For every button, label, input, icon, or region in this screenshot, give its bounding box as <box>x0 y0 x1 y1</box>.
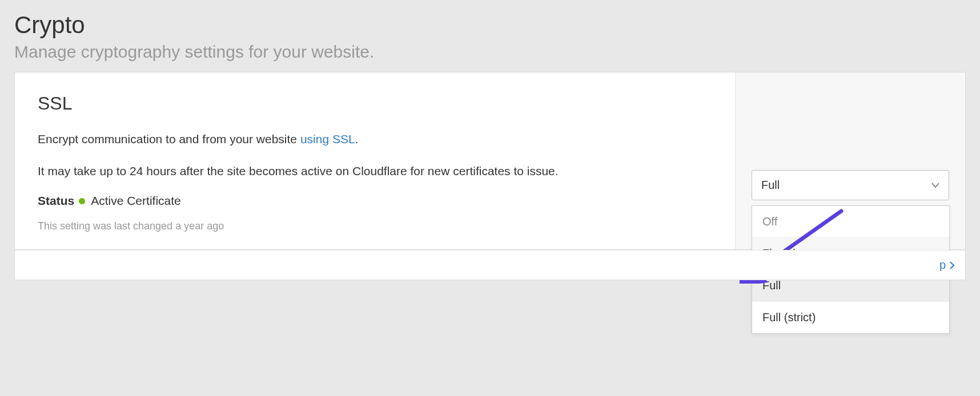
ssl-mode-option-off[interactable]: Off <box>752 206 949 238</box>
help-link[interactable]: p <box>939 258 955 272</box>
status-dot-icon <box>79 198 85 204</box>
ssl-card-footer: p <box>14 250 966 280</box>
ssl-card-content: SSL Encrypt communication to and from yo… <box>15 72 736 249</box>
ssl-desc-prefix: Encrypt communication to and from your w… <box>38 132 300 146</box>
page-title: Crypto <box>14 11 966 39</box>
ssl-card-control-panel: Full Off Flexible Full Full (strict) <box>736 72 965 249</box>
chevron-down-icon <box>931 183 939 188</box>
ssl-mode-option-full-strict[interactable]: Full (strict) <box>752 302 949 333</box>
ssl-mode-select-value: Full <box>761 179 780 192</box>
ssl-mode-select-wrapper: Full Off Flexible Full Full (strict) <box>752 170 949 200</box>
ssl-desc-suffix: . <box>355 132 359 146</box>
ssl-mode-select[interactable]: Full <box>752 170 949 200</box>
ssl-note: It may take up to 24 hours after the sit… <box>38 162 712 181</box>
ssl-status-row: Status Active Certificate <box>38 194 712 208</box>
using-ssl-link[interactable]: using SSL <box>300 132 355 146</box>
ssl-status-value: Active Certificate <box>91 194 181 208</box>
page-subtitle: Manage cryptography settings for your we… <box>14 42 966 62</box>
help-link-text: p <box>939 258 946 272</box>
chevron-right-icon <box>949 261 955 269</box>
ssl-last-changed: This setting was last changed a year ago <box>38 220 712 232</box>
page-header: Crypto Manage cryptography settings for … <box>0 0 980 72</box>
ssl-status-label: Status <box>38 194 74 208</box>
ssl-description: Encrypt communication to and from your w… <box>38 130 712 148</box>
ssl-section-title: SSL <box>38 93 712 114</box>
ssl-card: SSL Encrypt communication to and from yo… <box>14 72 966 250</box>
